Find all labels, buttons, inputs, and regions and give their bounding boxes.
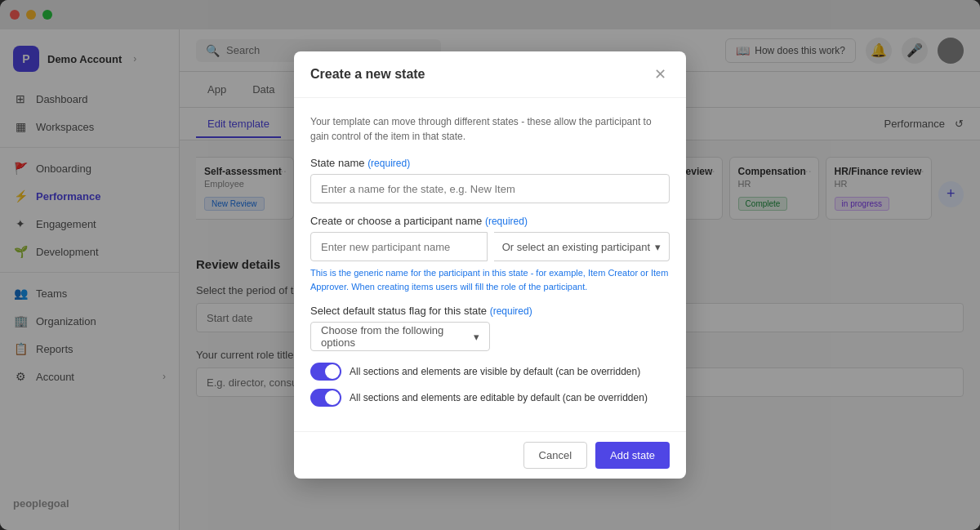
- add-state-button[interactable]: Add state: [595, 442, 670, 469]
- modal-title: Create a new state: [310, 67, 425, 82]
- modal-overlay: Create a new state ✕ Your template can m…: [0, 0, 980, 530]
- toggle-editable[interactable]: [310, 389, 341, 407]
- modal-header: Create a new state ✕: [294, 51, 686, 98]
- modal-close-button[interactable]: ✕: [650, 65, 670, 84]
- chevron-down-icon: ▾: [655, 241, 661, 253]
- participant-select-text: Or select an existing participant: [502, 241, 650, 253]
- status-select-text: Choose from the following options: [321, 324, 474, 349]
- status-select[interactable]: Choose from the following options ▾: [310, 322, 490, 351]
- cancel-button[interactable]: Cancel: [523, 442, 587, 469]
- toggle-editable-row: All sections and elements are editable b…: [310, 389, 670, 407]
- modal-description: Your template can move through different…: [310, 114, 670, 144]
- participant-label: Create or choose a participant name (req…: [310, 215, 670, 227]
- toggle-visible-row: All sections and elements are visible by…: [310, 363, 670, 381]
- chevron-down-icon: ▾: [474, 331, 479, 343]
- create-state-modal: Create a new state ✕ Your template can m…: [294, 51, 686, 479]
- state-name-input[interactable]: [310, 174, 670, 203]
- toggle-editable-knob: [325, 390, 340, 405]
- toggle-visible-knob: [325, 364, 340, 379]
- participant-name-input[interactable]: [310, 232, 488, 261]
- modal-footer: Cancel Add state: [294, 431, 686, 479]
- modal-body: Your template can move through different…: [294, 98, 686, 431]
- state-name-label: State name (required): [310, 157, 670, 169]
- status-label: Select default status flag for this stat…: [310, 305, 670, 317]
- participant-row: Or select an existing participant ▾: [310, 232, 670, 261]
- toggle-editable-text: All sections and elements are editable b…: [350, 392, 648, 403]
- toggle-visible[interactable]: [310, 363, 341, 381]
- toggle-visible-text: All sections and elements are visible by…: [350, 366, 640, 377]
- participant-select[interactable]: Or select an existing participant ▾: [494, 232, 670, 261]
- participant-hint: This is the generic name for the partici…: [310, 266, 670, 293]
